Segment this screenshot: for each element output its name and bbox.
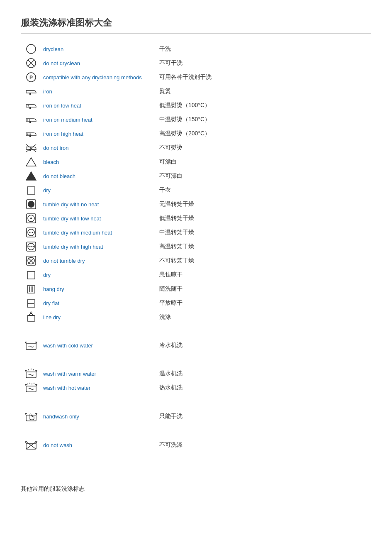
svg-point-52: [27, 384, 28, 384]
icon-line-dry: [21, 310, 41, 324]
chinese-tumble-low-heat: 低温转笼干燥: [158, 211, 371, 225]
chinese-do-not-dryclean: 不可干洗: [158, 56, 371, 70]
table-row: wash with hot water 热水机洗: [21, 381, 371, 395]
table-row: tumble dry with no heat 无温转笼干燥: [21, 197, 371, 211]
label-bleach: bleach: [41, 155, 158, 169]
icon-wash-cold: [21, 338, 41, 352]
chinese-iron-low: 低温熨烫（100°C）: [158, 98, 371, 112]
chinese-iron-medium: 中温熨烫（150°C）: [158, 112, 371, 127]
table-row: iron on medium heat 中温熨烫（150°C）: [21, 112, 371, 127]
page-title: 服装洗涤标准图标大全: [21, 17, 371, 34]
svg-point-26: [30, 218, 32, 219]
table-row: dry flat 平放晾干: [21, 296, 371, 310]
table-row: do not wash 不可洗涤: [21, 438, 371, 452]
svg-point-28: [28, 229, 34, 236]
symbol-table: dryclean 干洗 do not dryclean 不可干洗 P: [21, 42, 371, 452]
label-hang-dry: hang dry: [41, 282, 158, 296]
chinese-dry-flat: 平放晾干: [158, 296, 371, 310]
label-wash-cold: wash with cold water: [41, 338, 158, 352]
table-row: dry 悬挂晾干: [21, 268, 371, 282]
chinese-bleach: 可漂白: [158, 155, 371, 169]
table-row: dryclean 干洗: [21, 42, 371, 56]
svg-point-51: [33, 369, 34, 370]
icon-dry-flat: [21, 296, 41, 310]
chinese-dryclean: 干洗: [158, 42, 371, 56]
label-do-not-iron: do not iron: [41, 141, 158, 155]
label-tumble-no-heat: tumble dry with no heat: [41, 197, 158, 211]
table-row: iron on low heat 低温熨烫（100°C）: [21, 98, 371, 112]
chinese-wash-hot: 热水机洗: [158, 381, 371, 395]
table-row: do not iron 不可熨烫: [21, 141, 371, 155]
table-row: wash with cold water 冷水机洗: [21, 338, 371, 352]
label-wash-hot: wash with hot water: [41, 381, 158, 395]
svg-point-55: [34, 383, 34, 384]
svg-rect-6: [29, 93, 31, 95]
svg-point-23: [28, 201, 34, 208]
icon-wash-warm: [21, 367, 41, 381]
label-dry-hang: dry: [41, 268, 158, 282]
chinese-do-not-tumble: 不可转笼干燥: [158, 254, 371, 268]
icon-iron-low: [21, 98, 41, 112]
table-row: tumble dry with medium heat 中温转笼干燥: [21, 225, 371, 240]
chinese-do-not-wash: 不可洗涤: [158, 438, 371, 452]
svg-point-53: [29, 383, 30, 384]
icon-iron-high: [21, 127, 41, 141]
label-do-not-dryclean: do not dryclean: [41, 56, 158, 70]
icon-compatible-dryclean: P: [21, 70, 41, 84]
table-row: tumble dry with high heat 高温转笼干燥: [21, 240, 371, 254]
svg-point-35: [33, 246, 34, 247]
icon-handwash: [21, 409, 41, 424]
svg-point-34: [31, 246, 32, 247]
svg-point-13: [27, 133, 28, 134]
label-line-dry: line dry: [41, 310, 158, 324]
chinese-do-not-bleach: 不可漂白: [158, 169, 371, 183]
chinese-iron: 熨烫: [158, 84, 371, 98]
icon-do-not-dryclean: [21, 56, 41, 70]
svg-rect-47: [27, 315, 35, 321]
chinese-hang-dry: 随洗随干: [158, 282, 371, 296]
label-iron-medium: iron on medium heat: [41, 112, 158, 127]
label-dryclean: dryclean: [41, 42, 158, 56]
svg-rect-12: [29, 135, 31, 137]
chinese-line-dry: 洗涤: [158, 310, 371, 324]
table-row: bleach 可漂白: [21, 155, 371, 169]
label-dry: dry: [41, 183, 158, 197]
label-handwash: handwash only: [41, 409, 158, 424]
chinese-tumble-no-heat: 无温转笼干燥: [158, 197, 371, 211]
svg-point-29: [29, 232, 31, 233]
table-row: do not tumble dry 不可转笼干燥: [21, 254, 371, 268]
chinese-handwash: 只能手洗: [158, 409, 371, 424]
svg-point-15: [30, 133, 32, 134]
icon-dry-hang: [21, 268, 41, 282]
svg-point-0: [27, 44, 36, 54]
icon-iron: [21, 84, 41, 98]
svg-rect-21: [27, 187, 35, 194]
chinese-tumble-high-heat: 高温转笼干燥: [158, 240, 371, 254]
svg-rect-9: [29, 121, 31, 123]
svg-point-48: [30, 312, 32, 313]
svg-point-54: [32, 384, 32, 384]
chinese-compatible-dryclean: 可用各种干洗剂干洗: [158, 70, 371, 84]
label-do-not-bleach: do not bleach: [41, 169, 158, 183]
icon-do-not-wash: [21, 438, 41, 452]
table-row: do not bleach 不可漂白: [21, 169, 371, 183]
svg-marker-20: [26, 172, 36, 180]
icon-do-not-tumble: [21, 254, 41, 268]
table-row: handwash only 只能手洗: [21, 409, 371, 424]
svg-point-33: [29, 246, 30, 247]
table-row: iron on high heat 高温熨烫（200°C）: [21, 127, 371, 141]
icon-tumble-medium-heat: [21, 225, 41, 240]
label-iron: iron: [41, 84, 158, 98]
label-iron-low: iron on low heat: [41, 98, 158, 112]
table-row: wash with warm water 温水机洗: [21, 367, 371, 381]
label-tumble-high-heat: tumble dry with high heat: [41, 240, 158, 254]
chinese-dry: 干衣: [158, 183, 371, 197]
svg-text:P: P: [29, 75, 33, 81]
svg-point-8: [28, 105, 29, 106]
label-iron-high: iron on high heat: [41, 127, 158, 141]
chinese-wash-cold: 冷水机洗: [158, 338, 371, 352]
icon-do-not-iron: [21, 141, 41, 155]
chinese-iron-high: 高温熨烫（200°C）: [158, 127, 371, 141]
svg-rect-40: [27, 271, 35, 279]
table-row: do not dryclean 不可干洗: [21, 56, 371, 70]
